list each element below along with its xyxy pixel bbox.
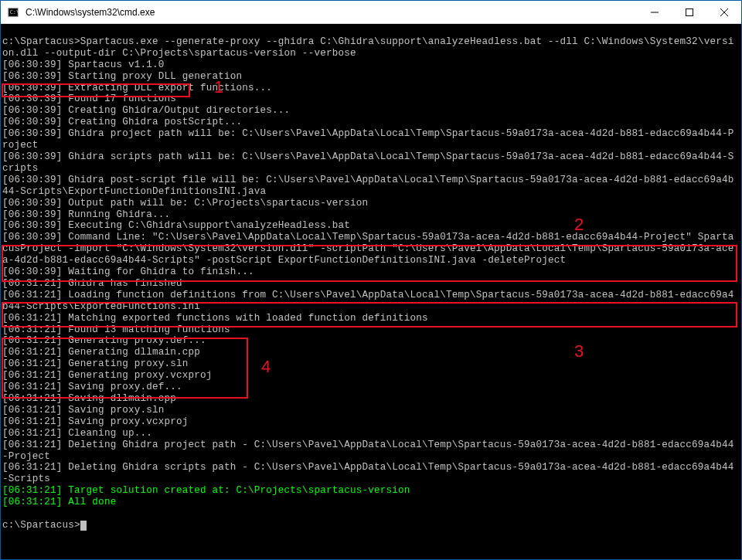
output-line: [06:31:21] Generating proxy.sln	[2, 358, 188, 369]
output-line: [06:30:39] Executing C:\Ghidra\support\a…	[2, 220, 350, 231]
titlebar[interactable]: C:\ C:\Windows\system32\cmd.exe	[1, 1, 741, 24]
output-line: [06:31:21] Generating proxy.def...	[2, 335, 206, 346]
output-line: [06:31:21] Saving proxy.sln	[2, 405, 164, 416]
output-line: [06:30:39] Command Line: "C:\Users\Pavel…	[2, 232, 733, 266]
output-line: [06:31:21] Generating dllmain.cpp	[2, 347, 200, 358]
output-line: [06:31:21] Found 13 matching functions	[2, 324, 230, 335]
prompt: c:\Spartacus>	[2, 36, 80, 47]
output-line: [06:31:21] Deleting Ghidra scripts path …	[2, 462, 733, 484]
output-line: [06:30:39] Spartacus v1.1.0	[2, 59, 164, 70]
output-line: [06:30:39] Creating Ghidra/Output direct…	[2, 105, 290, 116]
svg-rect-3	[686, 8, 693, 15]
output-line: [06:30:39] Creating Ghidra postScript...	[2, 117, 242, 127]
terminal-output[interactable]: c:\Spartacus>Spartacus.exe --generate-pr…	[1, 24, 741, 559]
cmd-icon: C:\	[7, 6, 19, 19]
output-line: [06:30:39] Starting proxy DLL generation	[2, 71, 242, 82]
success-line: [06:31:21] Target solution created at: C…	[2, 485, 410, 496]
minimize-button[interactable]	[637, 1, 672, 23]
cmd-window: C:\ C:\Windows\system32\cmd.exe c:\Spart…	[0, 0, 742, 560]
close-button[interactable]	[706, 1, 741, 23]
output-line: [06:30:39] Ghidra post-script file will …	[2, 175, 733, 197]
window-controls	[637, 1, 741, 23]
output-line: [06:30:39] Output path will be: C:\Proje…	[2, 198, 368, 209]
annotation-number-3: 3	[574, 346, 584, 358]
output-line: [06:30:39] Ghidra project path will be: …	[2, 128, 733, 151]
output-line: [06:31:21] Saving proxy.vcxproj	[2, 416, 188, 427]
svg-text:C:\: C:\	[10, 8, 19, 15]
output-line: [06:31:21] Cleaning up...	[2, 428, 152, 439]
cursor	[80, 521, 87, 531]
output-line: [06:31:21] Matching exported functions w…	[2, 313, 428, 324]
output-line: [06:31:21] Ghidra has finished	[2, 278, 182, 289]
output-line: [06:31:21] Saving proxy.def...	[2, 382, 182, 392]
output-line: [06:30:39] Waiting for Ghidra to finish.…	[2, 266, 254, 277]
success-line: [06:31:21] All done	[2, 497, 116, 507]
output-line: [06:31:21] Generating proxy.vcxproj	[2, 370, 213, 381]
output-line: [06:30:39] Found 17 functions	[2, 93, 176, 104]
output-line: [06:31:21] Saving dllmain.cpp	[2, 393, 176, 404]
prompt: c:\Spartacus>	[2, 520, 80, 531]
maximize-button[interactable]	[672, 1, 706, 23]
output-line: [06:30:39] Running Ghidra...	[2, 209, 170, 220]
output-line: [06:30:39] Extracting DLL export functio…	[2, 83, 272, 93]
command-text: Spartacus.exe --generate-proxy --ghidra …	[2, 36, 733, 59]
output-line: [06:31:21] Loading function definitions …	[2, 290, 733, 312]
output-line: [06:31:21] Deleting Ghidra project path …	[2, 440, 733, 462]
output-line: [06:30:39] Ghidra scripts path will be: …	[2, 151, 733, 174]
window-title: C:\Windows\system32\cmd.exe	[26, 7, 637, 18]
annotation-number-4: 4	[261, 361, 271, 373]
annotation-number-2: 2	[574, 219, 584, 231]
